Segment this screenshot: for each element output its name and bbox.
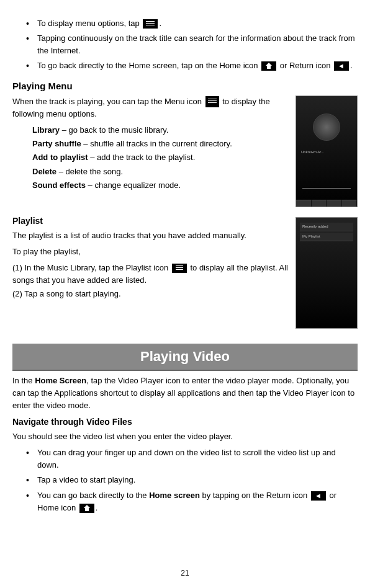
label: Party shuffle: [32, 139, 81, 148]
playlist-icon: [172, 264, 187, 273]
label: Library: [32, 125, 60, 135]
desc: – delete the song.: [56, 167, 123, 176]
bullet-menu-options: To display menu options, tap .: [26, 17, 358, 30]
playing-menu-heading: Playing Menu: [12, 79, 358, 93]
return-icon: [311, 491, 326, 501]
text: (1) In the Music Library, tap the Playli…: [12, 263, 171, 272]
home-screen-bold: Home Screen: [35, 376, 86, 385]
video-intro: In the Home Screen, tap the Video Player…: [12, 375, 358, 412]
text: Tap a video to start playing.: [37, 475, 135, 484]
text: .: [350, 61, 353, 70]
text: To go back directly to the Home screen, …: [37, 61, 260, 70]
bullet-tap-video: Tap a video to start playing.: [26, 474, 358, 486]
menu-icon: [205, 96, 219, 107]
now-playing-screenshot: Unknown Ar...: [296, 96, 358, 207]
playing-video-banner: Playing Video: [12, 344, 358, 371]
label: Sound effects: [32, 180, 86, 190]
home-icon: [261, 61, 276, 71]
top-bullet-list: To display menu options, tap . Tapping c…: [12, 17, 358, 73]
menu-options-icon: [143, 19, 158, 29]
bullet-track-search: Tapping continuously on the track title …: [26, 32, 358, 57]
text: When the track is playing, you can tap t…: [12, 97, 204, 106]
desc: – go back to the music library.: [60, 125, 168, 135]
desc: – add the track to the playlist.: [88, 153, 196, 162]
desc: – shuffle all tracks in the current dire…: [81, 139, 232, 148]
page-number: 21: [0, 568, 370, 579]
return-icon: [334, 61, 349, 71]
text: Tapping continuously on the track title …: [37, 33, 355, 55]
label: Delete: [32, 167, 56, 176]
text: or Return icon: [278, 61, 333, 70]
text: You can drag your finger up and down on …: [37, 448, 336, 470]
bullet-video-go-home: You can go back directly to the Home scr…: [26, 489, 358, 514]
bullet-scroll-video: You can drag your finger up and down on …: [26, 447, 358, 471]
text: .: [96, 503, 98, 512]
playlist-screenshot: Recently added My Playlist: [296, 217, 358, 329]
text: by tapping on the Return icon: [200, 491, 310, 500]
text: .: [159, 19, 161, 28]
navigate-video-heading: Navigate through Video Files: [12, 416, 358, 429]
text: In the: [12, 376, 35, 385]
video-bullet-list: You can drag your finger up and down on …: [12, 447, 358, 514]
text: To display menu options, tap: [37, 19, 142, 28]
desc: – change equalizer mode.: [86, 180, 181, 190]
navigate-video-desc: You should see the video list when you e…: [12, 430, 358, 443]
text: You can go back directly to the: [37, 491, 149, 500]
label: Add to playlist: [32, 153, 88, 162]
home-screen-bold: Home screen: [149, 491, 200, 500]
home-icon: [79, 504, 94, 513]
bullet-go-home: To go back directly to the Home screen, …: [26, 60, 358, 72]
